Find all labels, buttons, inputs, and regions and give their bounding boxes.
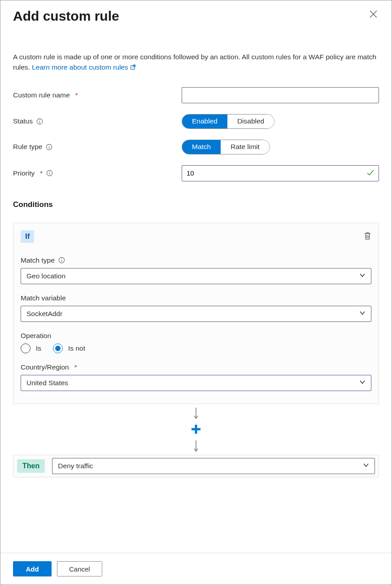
- if-badge: If: [21, 230, 34, 243]
- label-rule-type: Rule type: [13, 143, 182, 151]
- label-text: Operation: [21, 332, 51, 340]
- label-priority: Priority*: [13, 169, 182, 177]
- add-button[interactable]: Add: [13, 561, 52, 576]
- priority-input-wrap: [182, 165, 379, 181]
- arrow-down-icon: [193, 408, 199, 419]
- close-icon: [370, 12, 377, 19]
- conditions-heading: Conditions: [13, 200, 379, 209]
- label-status: Status: [13, 117, 182, 125]
- field-row-status: Status Enabled Disabled: [13, 114, 379, 129]
- field-country: Country/Region* United States: [21, 363, 371, 391]
- svg-point-12: [61, 259, 62, 259]
- label-custom-rule-name: Custom rule name*: [13, 91, 182, 99]
- operation-radio-is[interactable]: [21, 343, 30, 353]
- label-match-variable: Match variable: [21, 294, 371, 302]
- status-option-disabled[interactable]: Disabled: [227, 114, 274, 128]
- label-country: Country/Region*: [21, 363, 371, 371]
- intro-text: A custom rule is made up of one or more …: [13, 52, 379, 73]
- chevron-down-icon: [363, 462, 369, 470]
- operation-radio-group: Is Is not: [21, 343, 371, 353]
- learn-more-link[interactable]: Learn more about custom rules: [32, 63, 136, 71]
- operation-radio-is-label: Is: [36, 344, 41, 352]
- chevron-down-icon: [359, 272, 366, 280]
- rule-type-option-match[interactable]: Match: [182, 140, 221, 154]
- panel-content: Add custom rule A custom rule is made up…: [0, 0, 392, 553]
- field-match-type: Match type Geo location: [21, 256, 371, 284]
- label-operation: Operation: [21, 332, 371, 340]
- operation-radio-is-not[interactable]: [53, 343, 63, 353]
- svg-rect-14: [192, 428, 200, 430]
- match-type-select[interactable]: Geo location: [21, 268, 371, 284]
- label-text: Rule type: [13, 143, 42, 151]
- svg-point-3: [39, 119, 40, 120]
- required-indicator: *: [75, 91, 78, 99]
- add-condition-button[interactable]: [191, 424, 201, 436]
- arrow-down-icon: [193, 440, 199, 452]
- rule-type-toggle: Match Rate limit: [182, 140, 270, 154]
- close-button[interactable]: [368, 9, 379, 21]
- label-text: Status: [13, 117, 33, 125]
- select-value: Geo location: [26, 272, 65, 280]
- action-select[interactable]: Deny traffic: [52, 458, 375, 474]
- trash-icon: [364, 234, 371, 242]
- field-row-name: Custom rule name*: [13, 87, 379, 103]
- check-icon: [366, 168, 375, 178]
- field-match-variable: Match variable SocketAddr: [21, 294, 371, 322]
- info-icon[interactable]: [46, 170, 53, 176]
- cancel-button[interactable]: Cancel: [57, 561, 102, 576]
- add-custom-rule-panel: Add custom rule A custom rule is made up…: [0, 0, 392, 585]
- svg-point-6: [49, 145, 49, 145]
- status-toggle: Enabled Disabled: [182, 114, 274, 129]
- condition-connector: [13, 404, 379, 455]
- panel-header: Add custom rule: [13, 9, 379, 24]
- select-value: United States: [26, 379, 68, 387]
- plus-icon: [191, 429, 201, 436]
- delete-condition-button[interactable]: [364, 232, 371, 242]
- select-value: SocketAddr: [26, 310, 62, 318]
- custom-rule-name-input[interactable]: [182, 87, 379, 103]
- svg-point-9: [49, 172, 50, 172]
- chevron-down-icon: [359, 379, 366, 387]
- external-link-icon: [130, 63, 136, 71]
- match-variable-select[interactable]: SocketAddr: [21, 306, 371, 322]
- info-icon[interactable]: [58, 257, 65, 264]
- page-title: Add custom rule: [13, 9, 119, 24]
- condition-header: If: [21, 230, 371, 243]
- operation-radio-is-not-label: Is not: [68, 344, 85, 352]
- then-badge: Then: [17, 459, 45, 473]
- country-select[interactable]: United States: [21, 375, 371, 391]
- label-text: Match variable: [21, 294, 66, 302]
- required-indicator: *: [74, 363, 77, 371]
- required-indicator: *: [40, 169, 43, 177]
- label-text: Custom rule name: [13, 91, 70, 99]
- panel-footer: Add Cancel: [0, 553, 392, 585]
- select-value: Deny traffic: [58, 462, 93, 470]
- learn-more-label: Learn more about custom rules: [32, 63, 128, 71]
- condition-card: If Match type Geo location: [13, 223, 379, 404]
- field-row-rule-type: Rule type Match Rate limit: [13, 140, 379, 154]
- label-match-type: Match type: [21, 256, 371, 264]
- status-option-enabled[interactable]: Enabled: [182, 114, 227, 128]
- priority-input[interactable]: [182, 165, 379, 181]
- field-row-priority: Priority*: [13, 165, 379, 181]
- rule-type-option-rate-limit[interactable]: Rate limit: [221, 140, 270, 154]
- label-text: Priority: [13, 169, 35, 177]
- chevron-down-icon: [359, 310, 366, 318]
- label-text: Country/Region: [21, 363, 69, 371]
- then-row: Then Deny traffic: [13, 455, 379, 477]
- info-icon[interactable]: [36, 118, 43, 125]
- field-operation: Operation Is Is not: [21, 332, 371, 353]
- info-icon[interactable]: [46, 144, 52, 150]
- label-text: Match type: [21, 256, 55, 264]
